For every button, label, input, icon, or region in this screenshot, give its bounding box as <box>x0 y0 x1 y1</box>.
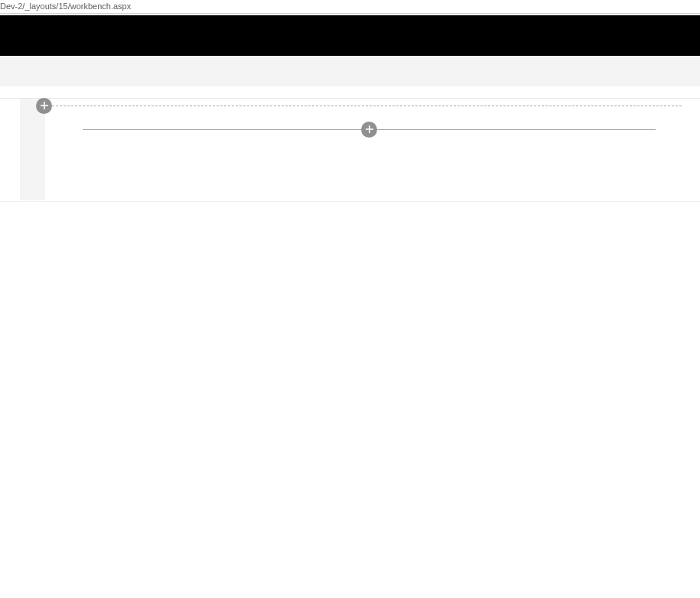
add-webpart-button[interactable] <box>361 122 377 138</box>
suite-nav-header <box>0 15 700 56</box>
webpart-line-right <box>377 129 656 130</box>
divider <box>0 98 700 99</box>
plus-icon <box>365 123 374 137</box>
add-section-button[interactable] <box>36 98 52 114</box>
address-bar[interactable]: Dev-2/_layouts/15/workbench.aspx <box>0 0 700 14</box>
url-text: Dev-2/_layouts/15/workbench.aspx <box>0 2 131 11</box>
bottom-divider <box>0 201 700 202</box>
plus-icon <box>40 99 49 113</box>
section-boundary <box>37 106 682 106</box>
command-bar <box>0 56 700 86</box>
webpart-line-left <box>83 129 361 130</box>
section-toolbox <box>20 99 45 200</box>
webpart-zone <box>83 129 656 130</box>
